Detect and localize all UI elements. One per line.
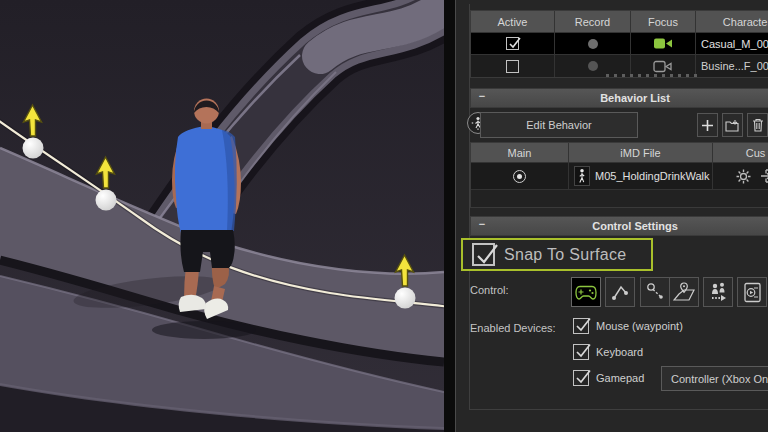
- col-record[interactable]: Record: [555, 11, 631, 32]
- col-custom[interactable]: Cus: [713, 143, 768, 162]
- mouse-checkbox[interactable]: [573, 318, 589, 334]
- col-character[interactable]: Character: [696, 11, 768, 32]
- main-radio-selected[interactable]: [513, 170, 526, 183]
- app-window: Active Record Focus Character: [0, 0, 768, 432]
- record-dot-icon[interactable]: [588, 61, 598, 71]
- add-behavior-button[interactable]: [697, 113, 718, 137]
- check-icon: [507, 35, 523, 51]
- imd-table-header: Main iMD File Cus: [471, 143, 768, 163]
- delete-behavior-button[interactable]: [747, 113, 768, 137]
- active-checkbox-checked[interactable]: [506, 37, 519, 50]
- col-imd-file[interactable]: iMD File: [569, 143, 713, 162]
- snap-to-surface-checkbox[interactable]: [472, 243, 495, 266]
- active-checkbox-unchecked[interactable]: [506, 60, 519, 73]
- control-settings-title: Control Settings: [592, 220, 678, 232]
- import-behavior-button[interactable]: [722, 113, 743, 137]
- behavior-list-title: Behavior List: [600, 92, 670, 104]
- scene-3d: [0, 0, 444, 432]
- imd-table-empty-row: [471, 190, 768, 207]
- viewport-3d[interactable]: [0, 0, 444, 432]
- control-mode-gamepad-button[interactable]: [571, 277, 601, 307]
- script-play-icon: [743, 282, 762, 303]
- check-icon: [574, 342, 593, 361]
- device-row-mouse: Mouse (waypoint): [573, 318, 683, 334]
- control-mode-script-button[interactable]: [737, 277, 767, 307]
- follow-people-icon: [707, 282, 729, 302]
- character-name: Casual_M_003: [696, 33, 768, 54]
- gamepad-icon: [575, 285, 597, 300]
- behavior-list-header: − Behavior List: [470, 88, 768, 108]
- collapse-button[interactable]: −: [475, 218, 489, 230]
- imd-file-name: M05_HoldingDrinkWalk: [595, 170, 710, 182]
- imd-row[interactable]: M05_HoldingDrinkWalk: [471, 163, 768, 190]
- character-table: Active Record Focus Character: [470, 10, 768, 78]
- path-nodes-icon: [610, 282, 630, 302]
- check-icon: [574, 316, 593, 335]
- map-pin-icon: [673, 282, 695, 302]
- character-table-header: Active Record Focus Character: [471, 11, 768, 33]
- col-focus[interactable]: Focus: [631, 11, 696, 32]
- control-label: Control:: [470, 284, 509, 296]
- device-row-keyboard: Keyboard: [573, 344, 643, 360]
- waypoint-sphere: [23, 138, 44, 159]
- character-name: Busine...F_00: [696, 55, 768, 77]
- imd-table: Main iMD File Cus M05_HoldingDrinkWalk: [470, 142, 768, 208]
- control-panel: Active Record Focus Character: [456, 0, 768, 432]
- col-active[interactable]: Active: [471, 11, 555, 32]
- export-icon[interactable]: [760, 169, 768, 183]
- mouse-label: Mouse (waypoint): [596, 320, 683, 332]
- check-icon: [574, 368, 593, 387]
- control-mode-follow-button[interactable]: [703, 277, 733, 307]
- record-dot-icon[interactable]: [588, 39, 598, 49]
- control-mode-path-button[interactable]: [605, 277, 635, 307]
- gamepad-label: Gamepad: [596, 372, 644, 384]
- waypoint-sphere: [96, 190, 117, 211]
- control-mode-waypoint-path-button[interactable]: [640, 277, 670, 307]
- device-row-gamepad: Gamepad: [573, 370, 644, 386]
- trash-icon: [752, 118, 764, 132]
- control-mode-waypoint-map-button[interactable]: [669, 277, 699, 307]
- control-settings-header: − Control Settings: [470, 216, 768, 236]
- waypoint-sphere: [395, 288, 416, 309]
- snap-to-surface-label: Snap To Surface: [504, 246, 627, 264]
- character-shadow: [152, 321, 256, 339]
- check-icon: [474, 242, 500, 268]
- enabled-devices-label: Enabled Devices:: [470, 322, 556, 334]
- focus-camera-icon-inactive[interactable]: [653, 60, 673, 73]
- collapse-button[interactable]: −: [475, 90, 489, 102]
- waypoint-path-icon: [645, 282, 665, 302]
- snap-to-surface-highlight: Snap To Surface: [461, 238, 653, 271]
- plus-icon: [701, 119, 714, 132]
- character-row-1[interactable]: Casual_M_003: [471, 33, 768, 55]
- resize-grip-dots[interactable]: [606, 74, 697, 77]
- col-main[interactable]: Main: [471, 143, 569, 162]
- folder-import-icon: [725, 119, 740, 132]
- keyboard-checkbox[interactable]: [573, 344, 589, 360]
- gamepad-checkbox[interactable]: [573, 370, 589, 386]
- motion-thumbnail-icon: [574, 166, 590, 186]
- focus-camera-icon-active[interactable]: [653, 37, 673, 50]
- keyboard-label: Keyboard: [596, 346, 643, 358]
- gear-icon[interactable]: [736, 169, 751, 184]
- edit-behavior-button[interactable]: Edit Behavior: [480, 112, 638, 138]
- viewport-panel-divider[interactable]: [444, 0, 456, 432]
- controller-select-button[interactable]: Controller (Xbox One: [661, 366, 768, 391]
